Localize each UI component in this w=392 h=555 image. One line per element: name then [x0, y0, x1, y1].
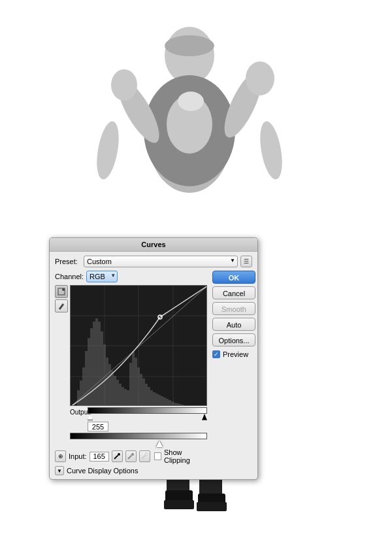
- svg-rect-47: [129, 363, 132, 406]
- auto-button[interactable]: Auto: [212, 318, 255, 331]
- svg-point-9: [246, 61, 274, 95]
- svg-rect-40: [111, 371, 114, 406]
- curve-display-options-label: Curve Display Options: [67, 467, 138, 475]
- curve-point-tool[interactable]: [55, 285, 68, 298]
- show-clipping-label: Show Clipping: [164, 448, 207, 464]
- svg-rect-61: [166, 399, 169, 406]
- smooth-button[interactable]: Smooth: [212, 302, 255, 315]
- preview-label: Preview: [223, 350, 248, 358]
- svg-rect-63: [171, 401, 174, 406]
- curves-dialog: Curves Preset: Custom ▼ ☰ Channel:: [49, 237, 258, 480]
- svg-rect-65: [176, 403, 179, 406]
- svg-point-80: [145, 453, 148, 456]
- svg-point-7: [111, 69, 137, 101]
- dialog-title: Curves: [141, 241, 165, 248]
- input-label: Input:: [69, 452, 87, 460]
- preset-label: Preset:: [55, 258, 81, 265]
- svg-point-20: [62, 288, 65, 291]
- svg-rect-28: [80, 380, 82, 406]
- options-button[interactable]: Options...: [212, 333, 255, 346]
- svg-rect-38: [106, 358, 108, 406]
- svg-rect-64: [174, 403, 176, 406]
- svg-rect-43: [119, 384, 122, 406]
- show-clipping-checkbox[interactable]: [154, 452, 161, 460]
- svg-rect-56: [153, 392, 155, 406]
- svg-line-77: [114, 456, 118, 460]
- svg-rect-52: [142, 378, 145, 406]
- svg-rect-30: [85, 351, 88, 406]
- preset-select[interactable]: Custom: [84, 256, 238, 267]
- output-gradient-bar: [88, 407, 207, 414]
- svg-rect-37: [103, 345, 106, 406]
- svg-rect-48: [132, 351, 135, 406]
- cancel-button[interactable]: Cancel: [212, 286, 255, 299]
- input-value-field[interactable]: 165: [90, 452, 109, 462]
- curve-target-btn[interactable]: ⊕: [55, 450, 66, 462]
- channel-label: Channel:: [55, 273, 84, 280]
- svg-rect-55: [150, 390, 153, 406]
- svg-rect-36: [101, 331, 103, 406]
- svg-point-10: [178, 92, 204, 111]
- output-slider-left[interactable]: [88, 414, 93, 420]
- ok-button[interactable]: OK: [212, 271, 255, 284]
- eyedropper-black[interactable]: [112, 450, 123, 462]
- svg-rect-32: [90, 328, 93, 406]
- svg-rect-35: [98, 322, 101, 406]
- eyedropper-gray[interactable]: [125, 450, 137, 462]
- svg-rect-34: [95, 318, 98, 406]
- svg-rect-59: [161, 396, 163, 406]
- input-gradient-bar: [70, 433, 207, 439]
- svg-rect-41: [114, 376, 116, 406]
- output-slider-right[interactable]: [202, 414, 207, 420]
- svg-line-79: [128, 456, 132, 460]
- svg-point-78: [131, 453, 134, 456]
- svg-rect-60: [163, 397, 166, 406]
- svg-rect-17: [164, 500, 194, 509]
- svg-rect-44: [122, 387, 124, 406]
- svg-rect-29: [82, 367, 85, 406]
- svg-rect-57: [155, 394, 158, 406]
- svg-rect-42: [116, 380, 119, 406]
- svg-rect-46: [127, 390, 129, 406]
- preview-checkbox[interactable]: ✓: [212, 350, 220, 358]
- output-value-field[interactable]: 255: [88, 422, 108, 431]
- channel-select[interactable]: RGB: [86, 271, 118, 282]
- svg-rect-33: [93, 322, 95, 406]
- output-label: Output:: [70, 407, 86, 416]
- eyedropper-white[interactable]: [139, 450, 150, 462]
- svg-point-12: [256, 120, 286, 181]
- svg-rect-58: [158, 395, 161, 406]
- preset-options-btn[interactable]: ☰: [240, 256, 252, 267]
- svg-rect-45: [124, 389, 127, 406]
- svg-rect-68: [184, 405, 187, 406]
- svg-point-1: [165, 35, 214, 56]
- input-slider-thumb[interactable]: [156, 441, 163, 447]
- svg-line-81: [142, 456, 146, 460]
- svg-rect-69: [187, 405, 189, 406]
- svg-rect-27: [77, 390, 80, 406]
- svg-rect-53: [145, 384, 148, 406]
- svg-rect-54: [148, 387, 150, 406]
- svg-rect-66: [179, 404, 182, 406]
- curve-pen-tool[interactable]: [55, 299, 68, 312]
- svg-rect-39: [108, 364, 111, 406]
- svg-rect-62: [169, 400, 171, 406]
- svg-rect-50: [137, 367, 140, 406]
- figure-top: [85, 20, 294, 255]
- svg-point-76: [118, 453, 120, 456]
- dialog-titlebar: Curves: [50, 238, 257, 252]
- svg-rect-67: [182, 405, 184, 406]
- svg-rect-31: [88, 338, 90, 406]
- curve-graph[interactable]: [70, 285, 207, 406]
- svg-rect-18: [197, 502, 227, 511]
- curve-display-toggle[interactable]: ▼: [55, 466, 64, 475]
- svg-rect-49: [135, 358, 137, 406]
- svg-point-11: [93, 120, 122, 181]
- preview-row: ✓ Preview: [212, 350, 257, 358]
- svg-rect-51: [140, 374, 142, 406]
